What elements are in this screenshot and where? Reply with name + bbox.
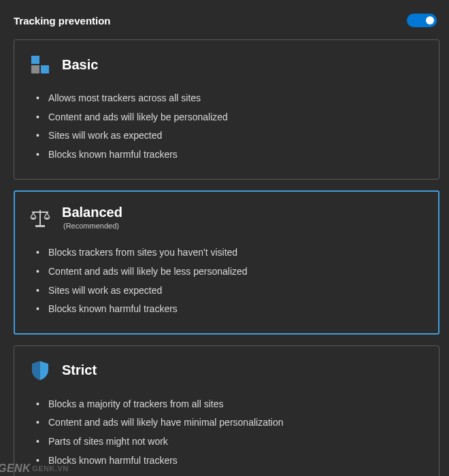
- feature-item: Parts of sites might not work: [36, 435, 425, 449]
- card-subtitle-recommended: (Recommended): [63, 222, 122, 230]
- watermark-part1: /GENK: [0, 462, 31, 474]
- tracking-level-strict-card[interactable]: Strict Blocks a majority of trackers fro…: [14, 345, 439, 476]
- feature-list-basic: Allows most trackers across all sites Co…: [29, 92, 425, 161]
- feature-item: Content and ads will likely be personali…: [36, 111, 425, 124]
- toggle-knob: [426, 16, 434, 24]
- feature-item: Blocks known harmful trackers: [36, 148, 425, 162]
- feature-item: Blocks a majority of trackers from all s…: [36, 398, 425, 411]
- card-title-strict: Strict: [62, 362, 97, 378]
- svg-rect-0: [31, 56, 39, 64]
- header-row: Tracking prevention: [14, 14, 439, 27]
- feature-item: Blocks trackers from sites you haven't v…: [36, 246, 425, 260]
- tracking-level-balanced-card[interactable]: Balanced (Recommended) Blocks trackers f…: [14, 190, 439, 334]
- svg-rect-2: [41, 65, 49, 73]
- card-header: Strict: [29, 360, 425, 381]
- svg-rect-4: [32, 211, 48, 213]
- feature-item: Content and ads will likely have minimal…: [36, 416, 425, 430]
- card-header: Basic: [29, 54, 425, 75]
- feature-item: Sites will work as expected: [36, 284, 425, 298]
- svg-rect-5: [35, 225, 45, 227]
- card-title-wrap: Balanced (Recommended): [62, 205, 122, 230]
- shield-icon: [29, 360, 51, 381]
- feature-item: Blocks known harmful trackers: [36, 303, 425, 316]
- watermark-part2: GENK.VN: [32, 464, 69, 473]
- balance-scale-icon: [29, 207, 51, 229]
- watermark: /GENKGENK.VN: [0, 462, 69, 475]
- card-header: Balanced (Recommended): [29, 205, 425, 230]
- svg-rect-1: [31, 65, 39, 73]
- feature-item: Content and ads will likely be less pers…: [36, 265, 425, 279]
- feature-item: Allows most trackers across all sites: [36, 92, 425, 105]
- feature-list-strict: Blocks a majority of trackers from all s…: [29, 398, 425, 467]
- tracking-prevention-toggle[interactable]: [407, 14, 437, 27]
- feature-item: Blocks known harmful trackers: [36, 454, 425, 468]
- grid-icon: [29, 54, 51, 75]
- feature-list-balanced: Blocks trackers from sites you haven't v…: [29, 246, 425, 316]
- tracking-level-basic-card[interactable]: Basic Allows most trackers across all si…: [14, 39, 439, 180]
- page-title: Tracking prevention: [14, 15, 111, 27]
- card-title-balanced: Balanced: [62, 205, 122, 220]
- feature-item: Sites will work as expected: [36, 129, 425, 143]
- card-title-basic: Basic: [62, 57, 98, 73]
